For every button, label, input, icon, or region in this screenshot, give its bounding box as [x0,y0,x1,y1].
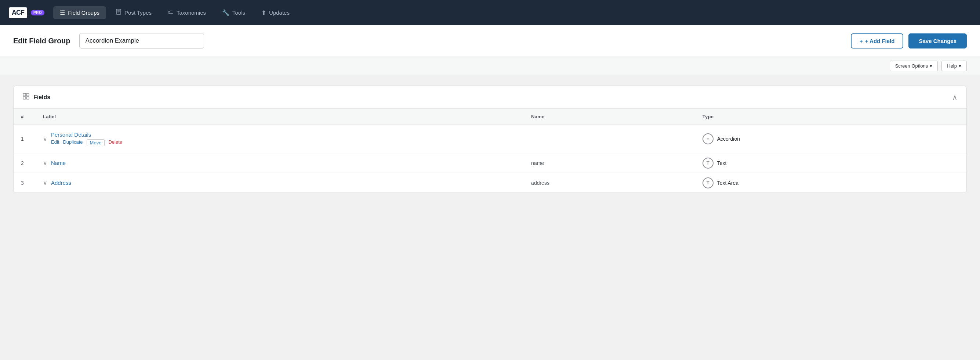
row-3-label-cell: ∨ Address [36,173,524,193]
row-3-expand-icon[interactable]: ∨ [43,179,47,186]
row-3-label-link[interactable]: Address [51,180,71,186]
nav-label-tools: Tools [232,10,245,16]
row-2-expand-icon[interactable]: ∨ [43,159,47,166]
row-2-type-icon: T [703,158,714,169]
nav-label-field-groups: Field Groups [68,10,99,16]
chevron-down-icon-help: ▾ [959,63,961,69]
svg-rect-4 [23,93,26,96]
row-1-label-link[interactable]: Personal Details [51,131,122,138]
row-2-field-info: Name [51,153,66,173]
row-1-type-label: Accordion [717,136,740,142]
help-label: Help [947,63,957,69]
add-field-label: + Add Field [865,38,895,44]
pro-badge: PRO [31,10,45,15]
fields-title: Fields [22,93,50,102]
field-group-name-input[interactable] [79,33,204,48]
sub-header: Screen Options ▾ Help ▾ [0,57,980,75]
row-1-move[interactable]: Move [87,139,105,146]
row-1-edit[interactable]: Edit [51,139,59,146]
collapse-icon[interactable]: ∧ [952,93,958,102]
row-3-number: 3 [14,173,36,193]
row-3-type: T Text Area [695,173,966,193]
acf-logo-text: ACF [9,7,27,18]
row-1-number: 1 [14,125,36,153]
col-name: Name [524,109,695,125]
row-1-duplicate[interactable]: Duplicate [63,139,83,146]
row-3-type-icon: T [703,178,714,189]
help-button[interactable]: Help ▾ [942,61,967,71]
col-type: Type [695,109,966,125]
row-1-label-cell: ∨ Personal Details Edit Duplicate Move D… [36,125,524,153]
post-types-icon [116,9,121,16]
table-row: 2 ∨ Name name [14,153,966,173]
col-label: Label [36,109,524,125]
nav-item-post-types[interactable]: Post Types [109,6,158,19]
fields-table: # Label Name Type 1 ∨ Pers [14,109,966,192]
fields-section-title: Fields [33,94,50,101]
row-1-field-info: Personal Details Edit Duplicate Move Del… [51,125,122,153]
table-row: 1 ∨ Personal Details Edit Duplicate Move [14,125,966,153]
screen-options-button[interactable]: Screen Options ▾ [890,61,938,71]
col-number: # [14,109,36,125]
row-2-label-cell: ∨ Name [36,153,524,173]
nav-item-field-groups[interactable]: ☰ Field Groups [53,6,106,19]
chevron-down-icon: ▾ [930,63,932,69]
row-1-expand-icon[interactable]: ∨ [43,136,47,142]
header-actions: + + Add Field Save Changes [851,34,967,48]
taxonomies-icon: 🏷 [168,9,173,16]
row-1-type: ≡ Accordion [695,125,966,153]
row-2-number: 2 [14,153,36,173]
screen-options-label: Screen Options [895,63,928,69]
fields-section-icon [22,93,30,102]
tools-icon: 🔧 [222,9,229,16]
row-1-name [524,125,695,153]
nav-item-tools[interactable]: 🔧 Tools [215,6,252,19]
row-2-name: name [524,153,695,173]
add-field-button[interactable]: + + Add Field [851,34,903,48]
field-groups-icon: ☰ [60,9,65,16]
row-3-type-label: Text Area [717,180,738,186]
svg-rect-7 [26,97,29,99]
main-content: Fields ∧ # Label Name Type 1 [0,75,980,203]
row-1-delete[interactable]: Delete [108,139,122,146]
nav-label-post-types: Post Types [124,10,151,16]
nav-label-updates: Updates [269,10,290,16]
fields-box: Fields ∧ # Label Name Type 1 [13,86,967,193]
table-row: 3 ∨ Address address [14,173,966,193]
svg-rect-5 [26,93,29,96]
updates-icon: ⬆ [261,9,266,16]
row-2-type: T Text [695,153,966,173]
row-2-label-link[interactable]: Name [51,160,66,166]
table-body: 1 ∨ Personal Details Edit Duplicate Move [14,125,966,193]
fields-box-header: Fields ∧ [14,86,966,109]
svg-rect-6 [23,97,26,99]
nav-item-updates[interactable]: ⬆ Updates [255,6,296,19]
page-title: Edit Field Group [13,37,70,45]
row-3-field-info: Address [51,173,71,192]
save-changes-button[interactable]: Save Changes [908,34,967,48]
nav-label-taxonomies: Taxonomies [177,10,206,16]
top-navigation: ACF PRO ☰ Field Groups Post Types 🏷 Taxo… [0,0,980,25]
plus-icon: + [860,38,863,44]
acf-logo: ACF PRO [9,7,45,18]
table-header: # Label Name Type [14,109,966,125]
row-3-name: address [524,173,695,193]
row-2-type-label: Text [717,160,727,166]
nav-item-taxonomies[interactable]: 🏷 Taxonomies [161,6,213,19]
row-1-type-icon: ≡ [703,133,714,144]
row-1-actions: Edit Duplicate Move Delete [51,139,122,146]
page-header: Edit Field Group + + Add Field Save Chan… [0,25,980,57]
